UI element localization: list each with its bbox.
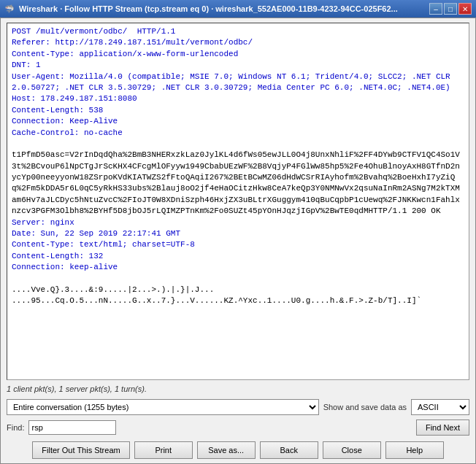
http-request-block: POST /mult/vermont/odbc/ HTTP/1.1 Refere… <box>12 26 464 307</box>
save-as-button[interactable]: Save as... <box>197 441 256 459</box>
find-row: Find: Find Next <box>1 418 475 438</box>
titlebar-controls[interactable]: – □ ✕ <box>429 3 472 15</box>
back-button[interactable]: Back <box>260 441 318 459</box>
find-next-button[interactable]: Find Next <box>416 419 469 436</box>
window-close-button[interactable]: ✕ <box>458 3 472 15</box>
filter-out-button[interactable]: Filter Out This Stream <box>32 441 129 459</box>
titlebar: 🦈 Wireshark · Follow HTTP Stream (tcp.st… <box>0 0 476 18</box>
app-icon: 🦈 <box>4 4 15 14</box>
http-request-text: POST /mult/vermont/odbc/ HTTP/1.1 Refere… <box>12 27 455 137</box>
find-label: Find: <box>7 423 24 432</box>
titlebar-title: Wireshark · Follow HTTP Stream (tcp.stre… <box>19 4 398 13</box>
status-bar: 1 client pkt(s), 1 server pkt(s), 1 turn… <box>1 383 475 396</box>
status-text: 1 client pkt(s), 1 server pkt(s), 1 turn… <box>7 384 147 393</box>
show-save-label: Show and save data as <box>323 403 407 411</box>
conversation-select[interactable]: Entire conversation (1255 bytes) <box>7 399 319 415</box>
titlebar-left: 🦈 Wireshark · Follow HTTP Stream (tcp.st… <box>4 4 398 14</box>
format-select[interactable]: ASCII EBCDIC Hex Dump C Arrays Raw <box>411 399 469 415</box>
button-row: Filter Out This Stream Print Save as... … <box>1 438 475 463</box>
payload-text: t1PfmD50asc=V2rInDqdQha%2BmB3NHERxzkLaz0… <box>12 150 460 215</box>
http-stream-content[interactable]: POST /mult/vermont/odbc/ HTTP/1.1 Refere… <box>7 23 469 380</box>
print-button[interactable]: Print <box>134 441 193 459</box>
body-data-text: ....Vve.Q}.3....&:9.....|2...>.).|.}|.J.… <box>12 285 421 305</box>
http-response-text: Server: nginx Date: Sun, 22 Sep 2019 22:… <box>12 218 195 272</box>
find-input[interactable] <box>28 420 116 435</box>
minimize-button[interactable]: – <box>429 3 442 15</box>
maximize-button[interactable]: □ <box>444 3 457 15</box>
controls-row: Entire conversation (1255 bytes) Show an… <box>1 396 475 418</box>
main-window: POST /mult/vermont/odbc/ HTTP/1.1 Refere… <box>0 18 476 464</box>
help-button[interactable]: Help <box>385 441 444 459</box>
close-button[interactable]: Close <box>323 441 381 459</box>
